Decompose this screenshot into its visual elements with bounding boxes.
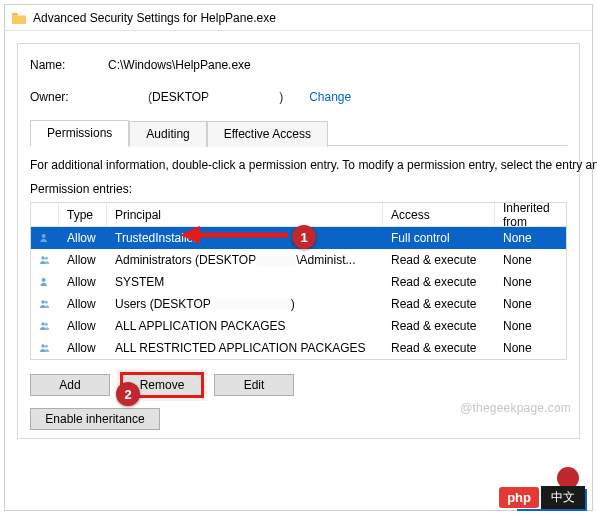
cell-type: Allow: [59, 253, 107, 267]
php-badge: php: [499, 487, 539, 508]
cell-inherited: None: [495, 341, 566, 355]
change-owner-link[interactable]: Change: [309, 90, 351, 104]
cn-badge: 中文: [541, 486, 585, 509]
cell-inherited: None: [495, 231, 566, 245]
svg-point-1: [41, 256, 44, 259]
cell-access: Read & execute: [383, 319, 495, 333]
button-row-1: Add Remove Edit: [30, 374, 567, 396]
svg-point-0: [42, 234, 46, 238]
table-row[interactable]: AllowUsers (DESKTOP)Read & executeNone: [31, 293, 566, 315]
name-label: Name:: [30, 58, 108, 72]
annotation-badge-2: 2: [116, 382, 140, 406]
cell-principal: SYSTEM: [107, 275, 383, 289]
svg-point-4: [41, 300, 44, 303]
bottom-badges: php 中文: [499, 486, 585, 509]
owner-redacted: [108, 90, 148, 104]
owner-redacted-2: [209, 90, 279, 104]
annotation-badge-1: 1: [292, 225, 316, 249]
titlebar: Advanced Security Settings for HelpPane.…: [5, 5, 592, 31]
owner-value: (DESKTOP: [148, 90, 209, 104]
group-icon: [31, 253, 59, 267]
person-icon: [31, 231, 59, 245]
cell-principal: ALL APPLICATION PACKAGES: [107, 319, 383, 333]
group-icon: [31, 319, 59, 333]
tab-permissions[interactable]: Permissions: [30, 120, 129, 146]
svg-marker-11: [180, 226, 200, 244]
group-icon: [31, 341, 59, 355]
add-button[interactable]: Add: [30, 374, 110, 396]
cell-principal: ALL RESTRICTED APPLICATION PACKAGES: [107, 341, 383, 355]
annotation-arrow: [178, 222, 290, 248]
security-dialog: Advanced Security Settings for HelpPane.…: [4, 4, 593, 511]
name-value: C:\Windows\HelpPane.exe: [108, 58, 251, 72]
col-access[interactable]: Access: [383, 203, 495, 226]
table-row[interactable]: AllowAdministrators (DESKTOP\Administ...…: [31, 249, 566, 271]
tab-auditing[interactable]: Auditing: [129, 121, 206, 147]
cell-access: Read & execute: [383, 341, 495, 355]
col-icon[interactable]: [31, 203, 59, 226]
table-row[interactable]: AllowSYSTEMRead & executeNone: [31, 271, 566, 293]
cell-inherited: None: [495, 253, 566, 267]
cell-type: Allow: [59, 275, 107, 289]
owner-label: Owner:: [30, 90, 108, 104]
col-inherited[interactable]: Inherited from: [495, 203, 566, 226]
col-type[interactable]: Type: [59, 203, 107, 226]
svg-point-5: [45, 301, 48, 304]
watermark-text: @thegeekpage.com: [460, 401, 571, 415]
table-row[interactable]: AllowALL APPLICATION PACKAGESRead & exec…: [31, 315, 566, 337]
owner-row: Owner: (DESKTOP ) Change: [30, 88, 567, 106]
cell-type: Allow: [59, 319, 107, 333]
svg-point-9: [45, 345, 48, 348]
cell-principal: Administrators (DESKTOP\Administ...: [107, 253, 383, 267]
svg-point-8: [41, 344, 44, 347]
info-caption: For additional information, double-click…: [30, 158, 567, 172]
cell-type: Allow: [59, 341, 107, 355]
cell-inherited: None: [495, 319, 566, 333]
svg-point-6: [41, 322, 44, 325]
cell-inherited: None: [495, 297, 566, 311]
svg-point-3: [42, 278, 46, 282]
owner-paren: ): [279, 90, 283, 104]
window-title: Advanced Security Settings for HelpPane.…: [33, 11, 276, 25]
tab-bar: Permissions Auditing Effective Access: [30, 120, 567, 146]
cell-type: Allow: [59, 297, 107, 311]
name-row: Name: C:\Windows\HelpPane.exe: [30, 56, 567, 74]
table-row[interactable]: AllowALL RESTRICTED APPLICATION PACKAGES…: [31, 337, 566, 359]
cell-type: Allow: [59, 231, 107, 245]
entries-caption: Permission entries:: [30, 182, 567, 196]
grid-header: Type Principal Access Inherited from: [31, 203, 566, 227]
person-icon: [31, 275, 59, 289]
svg-point-2: [45, 257, 48, 260]
tab-effective-access[interactable]: Effective Access: [207, 121, 328, 147]
cell-principal: Users (DESKTOP): [107, 297, 383, 311]
svg-point-7: [45, 323, 48, 326]
edit-button[interactable]: Edit: [214, 374, 294, 396]
cell-access: Read & execute: [383, 253, 495, 267]
enable-inheritance-button[interactable]: Enable inheritance: [30, 408, 160, 430]
cell-inherited: None: [495, 275, 566, 289]
cell-access: Read & execute: [383, 297, 495, 311]
folder-icon: [11, 11, 27, 25]
cell-access: Full control: [383, 231, 495, 245]
group-icon: [31, 297, 59, 311]
cell-access: Read & execute: [383, 275, 495, 289]
